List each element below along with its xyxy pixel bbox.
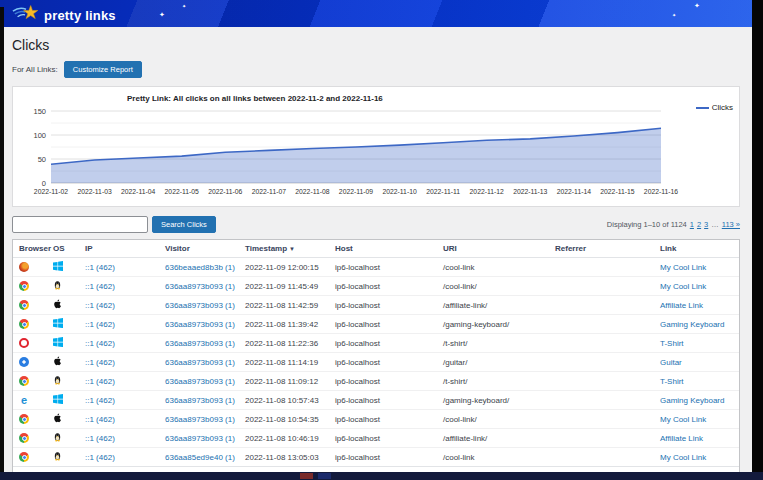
linux-icon <box>53 432 62 444</box>
referrer-cell <box>549 315 654 334</box>
pagination-top: Displaying 1–10 of 1124123…113 » <box>607 220 740 229</box>
svg-text:2022-11-10: 2022-11-10 <box>382 188 416 195</box>
svg-text:2022-11-06: 2022-11-06 <box>208 188 242 195</box>
referrer-cell <box>549 429 654 448</box>
click-row: ::1 (462)636aa8973b093 (1)2022-11-08 11:… <box>13 315 739 334</box>
host-cell: ip6-localhost <box>329 277 437 296</box>
timestamp-cell: 2022-11-08 11:09:12 <box>239 372 329 391</box>
chart-title: Pretty Link: All clicks on all links bet… <box>127 94 731 103</box>
visitor-link[interactable]: 636aa8973b093 (1) <box>165 434 235 443</box>
host-cell: ip6-localhost <box>329 296 437 315</box>
search-input[interactable] <box>12 216 148 233</box>
windows-icon <box>53 394 63 406</box>
edge-icon: e <box>19 395 29 405</box>
linux-icon <box>53 451 62 463</box>
opera-icon <box>19 338 29 348</box>
visitor-link[interactable]: 636aa8973b093 (1) <box>165 377 235 386</box>
pretty-link[interactable]: My Cool Link <box>660 282 706 291</box>
column-header-timestamp[interactable]: Timestamp▼ <box>239 240 329 258</box>
host-cell: ip6-localhost <box>329 334 437 353</box>
page-link-1[interactable]: 1 <box>690 220 694 229</box>
visitor-link[interactable]: 636aa8973b093 (1) <box>165 282 235 291</box>
linux-icon <box>53 375 62 387</box>
ip-link[interactable]: ::1 (462) <box>85 377 115 386</box>
uri-cell: /t-shirt/ <box>437 334 549 353</box>
pretty-link[interactable]: Affiliate Link <box>660 301 703 310</box>
ip-link[interactable]: ::1 (462) <box>85 434 115 443</box>
svg-text:2022-11-15: 2022-11-15 <box>600 188 634 195</box>
click-row: ::1 (462)636aa8973b093 (1)2022-11-08 11:… <box>13 334 739 353</box>
ip-link[interactable]: ::1 (462) <box>85 396 115 405</box>
pretty-link[interactable]: My Cool Link <box>660 415 706 424</box>
visitor-link[interactable]: 636aa8973b093 (1) <box>165 301 235 310</box>
uri-cell: /t-shirt/ <box>437 372 549 391</box>
referrer-cell <box>549 410 654 429</box>
pretty-link[interactable]: T-Shirt <box>660 377 684 386</box>
page-link-2[interactable]: 2 <box>697 220 701 229</box>
firefox-icon <box>19 262 29 272</box>
timestamp-cell: 2022-11-08 10:46:19 <box>239 429 329 448</box>
page-title: Clicks <box>12 37 740 53</box>
visitor-link[interactable]: 636aa8973b093 (1) <box>165 358 235 367</box>
search-clicks-button[interactable]: Search Clicks <box>152 216 216 233</box>
chrome-icon <box>19 319 29 329</box>
svg-text:2022-11-05: 2022-11-05 <box>165 188 199 195</box>
svg-text:50: 50 <box>38 155 46 164</box>
windows-icon <box>53 337 63 349</box>
customize-report-button[interactable]: Customize Report <box>64 61 142 78</box>
safari-icon <box>19 357 29 367</box>
pretty-link[interactable]: Gaming Keyboard <box>660 396 724 405</box>
ip-link[interactable]: ::1 (462) <box>85 453 115 462</box>
click-row: ::1 (462)636aa8973b093 (1)2022-11-08 10:… <box>13 429 739 448</box>
last-page-link[interactable]: 113 » <box>722 220 740 229</box>
page-link-3[interactable]: 3 <box>704 220 708 229</box>
ip-link[interactable]: ::1 (462) <box>85 415 115 424</box>
host-cell: ip6-localhost <box>329 372 437 391</box>
pretty-link[interactable]: Affiliate Link <box>660 434 703 443</box>
uri-cell: /cool-link <box>437 448 549 467</box>
star-swoosh-icon <box>12 3 40 27</box>
chrome-icon <box>19 452 29 462</box>
click-row: ::1 (462)636aa8973b093 (1)2022-11-08 10:… <box>13 410 739 429</box>
host-cell: ip6-localhost <box>329 258 437 277</box>
host-cell: ip6-localhost <box>329 391 437 410</box>
pretty-link[interactable]: My Cool Link <box>660 263 706 272</box>
clicks-table-wrap: BrowserOSIPVisitorTimestamp▼HostURIRefer… <box>12 239 740 472</box>
svg-text:2022-11-02: 2022-11-02 <box>34 188 68 195</box>
ip-link[interactable]: ::1 (462) <box>85 263 115 272</box>
uri-cell: /cool-link <box>437 258 549 277</box>
sparkle-icon: ✦ <box>672 12 676 19</box>
visitor-link[interactable]: 636aa8973b093 (1) <box>165 396 235 405</box>
column-header-os: OS <box>47 240 79 258</box>
pretty-link[interactable]: T-Shirt <box>660 339 684 348</box>
uri-cell: /guitar/ <box>437 353 549 372</box>
timestamp-cell: 2022-11-08 11:14:19 <box>239 353 329 372</box>
ip-link[interactable]: ::1 (462) <box>85 339 115 348</box>
referrer-cell <box>549 277 654 296</box>
visitor-link[interactable]: 636aa85ed9e40 (1) <box>165 453 235 462</box>
pretty-link[interactable]: My Cool Link <box>660 453 706 462</box>
visitor-link[interactable]: 636aa8973b093 (1) <box>165 339 235 348</box>
taskbar-strip <box>0 472 763 480</box>
visitor-link[interactable]: 636beaaed8b3b (1) <box>165 263 235 272</box>
visitor-link[interactable]: 636aa8973b093 (1) <box>165 320 235 329</box>
column-header-ip: IP <box>79 240 159 258</box>
pretty-link[interactable]: Gaming Keyboard <box>660 320 724 329</box>
svg-text:2022-11-12: 2022-11-12 <box>470 188 504 195</box>
timestamp-cell: 2022-11-08 10:57:43 <box>239 391 329 410</box>
ip-link[interactable]: ::1 (462) <box>85 301 115 310</box>
apple-icon <box>53 356 62 368</box>
column-header-uri: URI <box>437 240 549 258</box>
ip-link[interactable]: ::1 (462) <box>85 282 115 291</box>
ip-link[interactable]: ::1 (462) <box>85 320 115 329</box>
timestamp-cell: 2022-11-08 13:05:03 <box>239 448 329 467</box>
pretty-link[interactable]: Guitar <box>660 358 682 367</box>
svg-text:150: 150 <box>33 107 46 116</box>
clicks-report-page: Clicks For All Links: Customize Report P… <box>0 27 752 472</box>
pagination-ellipsis: … <box>711 220 719 229</box>
ip-link[interactable]: ::1 (462) <box>85 358 115 367</box>
referrer-cell <box>549 334 654 353</box>
sparkle-icon: ✦ <box>182 3 186 10</box>
visitor-link[interactable]: 636aa8973b093 (1) <box>165 415 235 424</box>
chrome-icon <box>19 414 29 424</box>
